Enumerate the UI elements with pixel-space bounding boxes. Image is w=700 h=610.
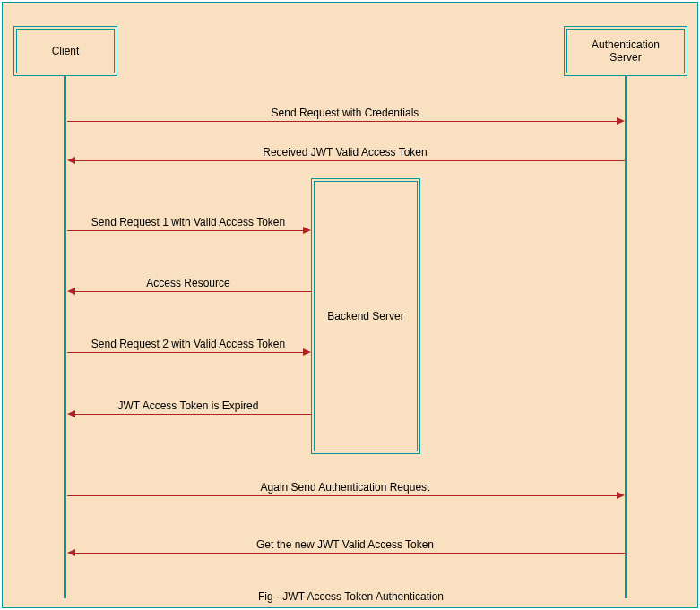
participant-auth-server-label: Authentication Server [576, 39, 675, 64]
msg-8-label: Get the new JWT Valid Access Token [65, 538, 625, 551]
msg-5-label: Send Request 2 with Valid Access Token [65, 338, 311, 350]
msg-7-label: Again Send Authentication Request [65, 481, 625, 494]
participant-client: Client [13, 26, 117, 76]
msg-4-arrow [74, 291, 311, 292]
msg-6-label: JWT Access Token is Expired [65, 400, 311, 412]
msg-2-arrow [74, 160, 625, 161]
lifeline-auth-server [625, 76, 627, 598]
msg-8-arrow [74, 553, 625, 554]
msg-7-arrow [67, 495, 618, 496]
msg-5-arrowhead [303, 348, 311, 356]
msg-1-arrowhead [617, 117, 625, 125]
msg-3-arrowhead [303, 227, 311, 234]
diagram-canvas: Client Authentication Server Backend Ser… [2, 2, 698, 608]
participant-client-label: Client [52, 45, 80, 57]
participant-auth-server: Authentication Server [564, 26, 687, 76]
msg-3-arrow [67, 230, 304, 231]
msg-8-arrowhead [67, 549, 75, 556]
msg-1-label: Send Request with Credentials [65, 107, 625, 119]
participant-backend: Backend Server [311, 178, 420, 454]
msg-1-arrow [67, 121, 618, 122]
msg-3-label: Send Request 1 with Valid Access Token [65, 216, 311, 228]
msg-7-arrowhead [617, 492, 625, 499]
msg-4-label: Access Resource [65, 277, 311, 289]
msg-4-arrowhead [67, 288, 75, 295]
msg-2-label: Received JWT Valid Access Token [65, 146, 625, 159]
figure-caption: Fig - JWT Access Token Authentication [3, 590, 699, 603]
msg-6-arrowhead [67, 410, 75, 417]
msg-6-arrow [74, 414, 311, 415]
msg-5-arrow [67, 352, 304, 353]
participant-backend-label: Backend Server [327, 310, 403, 322]
msg-2-arrowhead [67, 157, 75, 164]
